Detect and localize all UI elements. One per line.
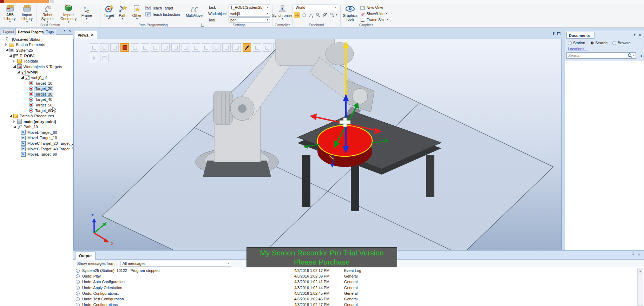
output-message-row[interactable]: Undo: Configurations. 4/8/2016 1:02:45 P… bbox=[73, 291, 635, 297]
tree-item[interactable]: MoveL Target_10 bbox=[0, 135, 73, 141]
tree-item[interactable]: System25 bbox=[0, 47, 73, 53]
documents-results-area[interactable] bbox=[565, 61, 644, 250]
freehand-jog-joint-icon[interactable] bbox=[308, 12, 314, 18]
import-geometry-button[interactable]: Import Geometry▾ bbox=[58, 4, 79, 22]
tree-item[interactable]: MoveL Target_60 bbox=[0, 151, 73, 157]
tree-item[interactable]: Target_50 bbox=[0, 102, 73, 108]
output-message-row[interactable]: System25 (Station): 10122 - Program stop… bbox=[73, 268, 635, 274]
freehand-multirobot-jog-icon[interactable] bbox=[329, 12, 335, 18]
expander-icon[interactable] bbox=[17, 71, 20, 73]
locations-link[interactable]: Locations... bbox=[568, 47, 587, 51]
expander-icon[interactable] bbox=[13, 126, 16, 128]
close-panel-icon[interactable]: ✕ bbox=[638, 253, 640, 256]
tree-item[interactable]: [Unsaved Station] bbox=[0, 37, 73, 42]
freehand-jog-linear-icon[interactable] bbox=[315, 12, 321, 18]
freehand-jog-reorient-icon[interactable] bbox=[322, 12, 328, 18]
tab-layout[interactable]: Layout bbox=[1, 28, 17, 35]
documents-tab[interactable]: Documents bbox=[566, 32, 594, 39]
documents-search-input[interactable] bbox=[567, 53, 627, 58]
expander-icon[interactable] bbox=[13, 65, 16, 68]
output-message-row[interactable]: Undo: Play. 4/8/2016 1:02:39 PM General bbox=[73, 274, 635, 279]
expander-icon[interactable] bbox=[17, 131, 20, 134]
output-message-row[interactable]: Undo: Configurations. 4/8/2016 1:02:47 P… bbox=[73, 302, 635, 306]
radio-search[interactable]: Search bbox=[590, 41, 607, 45]
expander-icon[interactable] bbox=[25, 103, 28, 106]
expander-icon[interactable] bbox=[5, 49, 8, 51]
radio-browse[interactable]: Browse bbox=[612, 41, 631, 45]
target-button[interactable]: Target▾ bbox=[102, 4, 116, 22]
tree-item[interactable]: Station Elements bbox=[0, 42, 73, 48]
pin-panel-icon[interactable]: ▾ bbox=[634, 33, 636, 37]
scroll-up-icon[interactable] bbox=[638, 269, 643, 274]
output-message-row[interactable]: Undo: Auto Configuration. 4/8/2016 1:02:… bbox=[73, 279, 635, 285]
expander-icon[interactable] bbox=[17, 136, 20, 139]
tree-item[interactable]: MoveL Target_60 bbox=[0, 130, 73, 135]
tree-item[interactable]: T_ROB1 bbox=[0, 53, 73, 59]
tree-item[interactable]: Tooldata bbox=[0, 58, 73, 64]
expander-icon[interactable] bbox=[9, 115, 12, 117]
abb-library-button[interactable]: ABB Library▾ bbox=[2, 4, 18, 22]
new-view-button[interactable]: New View bbox=[360, 5, 383, 11]
expander-icon[interactable] bbox=[25, 109, 28, 112]
tree-item[interactable]: Target_60 bbox=[0, 108, 73, 113]
expander-icon[interactable] bbox=[17, 147, 20, 150]
radio-station[interactable]: Station bbox=[568, 41, 585, 45]
tree-item[interactable]: Target_20 bbox=[0, 86, 73, 91]
expander-icon[interactable] bbox=[25, 82, 28, 85]
pin-view-icon[interactable]: ▾ bbox=[553, 32, 554, 35]
multimove-button[interactable]: MultiMove bbox=[185, 4, 204, 22]
expander-icon[interactable] bbox=[13, 60, 16, 63]
teach-instruction-button[interactable]: Teach Instruction bbox=[145, 12, 180, 17]
tree-item[interactable]: MoveC Target_20 Target_30 bbox=[0, 141, 73, 146]
tree-item[interactable]: Target_40 bbox=[0, 97, 73, 103]
tree-item[interactable]: Path_10 bbox=[0, 124, 73, 130]
reference-combo[interactable]: World▾ bbox=[294, 5, 338, 10]
tab-paths-targets[interactable]: Paths&Targets bbox=[15, 28, 46, 35]
application-button[interactable] bbox=[0, 0, 4, 3]
robot-system-button[interactable]: Robot System▾ bbox=[38, 4, 57, 22]
tab-tags[interactable]: Tags bbox=[44, 28, 56, 35]
show-hide-button[interactable]: Show/Hide▾ bbox=[360, 11, 387, 17]
expander-icon[interactable] bbox=[13, 120, 16, 123]
frame-button[interactable]: Frame▾ bbox=[80, 4, 93, 22]
synchronize-button[interactable]: Synchronize▾ bbox=[274, 4, 291, 22]
close-panel-icon[interactable]: ✕ bbox=[639, 33, 642, 37]
view1-tab[interactable]: View1 ✕ bbox=[74, 31, 97, 39]
tree-item[interactable]: main (entry point) bbox=[0, 119, 73, 124]
path-button[interactable]: Path▾ bbox=[117, 4, 129, 22]
message-filter-combo[interactable]: All messages ▾ bbox=[120, 261, 231, 267]
expander-icon[interactable] bbox=[17, 153, 20, 156]
tree-item[interactable]: Target_10 bbox=[0, 80, 73, 86]
freehand-move-icon[interactable] bbox=[294, 12, 300, 18]
teach-target-button[interactable]: Teach Target bbox=[145, 5, 173, 11]
expander-icon[interactable] bbox=[9, 54, 12, 57]
graphics-tools-button[interactable]: Graphics Tools bbox=[342, 4, 358, 22]
expand-search-chevron-icon[interactable]: » bbox=[639, 54, 644, 57]
tree-item[interactable]: Workobjects & Targets bbox=[0, 64, 73, 70]
search-options-arrow-icon[interactable]: ▾ bbox=[633, 54, 635, 57]
active-ribbon-tab[interactable] bbox=[4, 0, 49, 3]
expander-icon[interactable] bbox=[5, 43, 8, 46]
dropdown-arrow-icon[interactable]: ▾ bbox=[336, 14, 337, 17]
frame-size-button[interactable]: Frame Size▾ bbox=[360, 17, 388, 22]
expander-icon[interactable] bbox=[1, 38, 5, 41]
task-combo[interactable]: T_ROB1(System25)▾ bbox=[229, 5, 270, 10]
output-tab[interactable]: Output bbox=[75, 252, 96, 260]
tree-item[interactable]: wobj0 bbox=[0, 70, 73, 75]
search-icon[interactable] bbox=[627, 53, 632, 58]
workobject-combo[interactable]: wobj0▾ bbox=[229, 11, 270, 17]
tree-item[interactable]: wobj0_of bbox=[0, 75, 73, 80]
close-panel-icon[interactable]: ✕ bbox=[68, 29, 71, 33]
maximize-view-icon[interactable] bbox=[557, 32, 560, 35]
other-button[interactable]: Other▾ bbox=[130, 4, 144, 22]
expander-icon[interactable] bbox=[21, 76, 24, 79]
expander-icon[interactable] bbox=[25, 92, 28, 96]
import-library-button[interactable]: Import Library▾ bbox=[19, 4, 35, 22]
tool-combo[interactable]: pen▾ bbox=[229, 17, 270, 23]
tree-item[interactable]: Paths & Procedures bbox=[0, 113, 73, 119]
freehand-rotate-icon[interactable] bbox=[301, 12, 307, 18]
tree-item[interactable]: MoveC Target_40 Target_50 bbox=[0, 146, 73, 152]
3d-scene[interactable]: Z Y X bbox=[73, 39, 562, 250]
output-scrollbar[interactable] bbox=[637, 268, 643, 306]
close-view-icon[interactable]: ✕ bbox=[91, 33, 94, 37]
